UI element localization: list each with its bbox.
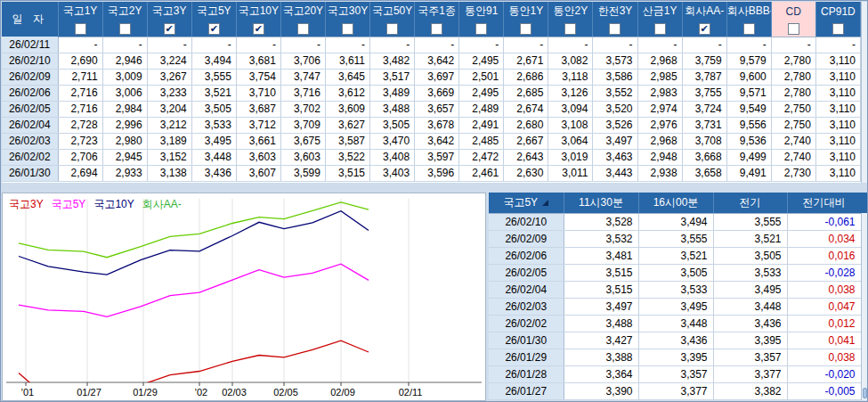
table-row[interactable]: 26/02/052,7162,9843,2043,5053,6873,7023,… <box>2 101 861 117</box>
column-header[interactable]: 국고2Y <box>102 2 147 21</box>
table-row[interactable]: 26/02/11------------------ <box>2 37 861 53</box>
column-header[interactable]: 국고3Y <box>147 2 191 21</box>
column-checkbox[interactable] <box>743 23 755 35</box>
table-row[interactable]: 26/02/043,5153,5333,4950,038 <box>489 281 861 298</box>
column-checkbox[interactable] <box>119 23 131 35</box>
value-cell: 3,759 <box>682 53 726 69</box>
change-cell: -0,005 <box>787 382 861 399</box>
change-cell: -0,061 <box>787 213 861 230</box>
detail-column-header[interactable]: 전기대비 <box>787 193 861 213</box>
column-header[interactable]: 국고50Y <box>370 2 415 21</box>
table-row[interactable]: 26/01/293,3883,3953,3570,038 <box>489 349 861 365</box>
column-checkbox[interactable] <box>788 23 799 35</box>
table-row[interactable]: 26/02/022,7062,9453,1523,4483,6033,6033,… <box>2 149 861 165</box>
column-header[interactable]: 국고30Y <box>325 2 369 21</box>
table-row[interactable]: 26/02/103,5283,4943,555-0,061 <box>489 213 861 230</box>
checkbox-cell <box>459 21 504 37</box>
column-header[interactable]: 국고1Y <box>58 2 102 21</box>
value-cell: 3,533 <box>638 281 713 298</box>
column-header[interactable]: 국고20Y <box>280 2 325 21</box>
table-row[interactable]: 26/02/093,5323,5553,5210,034 <box>489 230 861 247</box>
table-row[interactable]: 26/01/303,4273,4363,3950,041 <box>489 332 861 349</box>
column-checkbox[interactable] <box>297 23 309 35</box>
table-row[interactable]: 26/02/063,4813,5213,5050,016 <box>489 247 861 264</box>
table-row[interactable]: 26/02/062,7163,0063,2333,5213,7103,7163,… <box>2 85 861 101</box>
value-cell: 3,533 <box>713 264 787 281</box>
value-cell: 9,536 <box>726 133 771 149</box>
column-checkbox-checked[interactable]: ✔ <box>699 23 710 35</box>
rates-scrollbar[interactable] <box>861 2 867 183</box>
column-header[interactable]: 회사BBB- <box>726 2 771 21</box>
chart-legend: 국고3Y국고5Y국고10Y회사AA- <box>9 197 190 212</box>
date-cell: 26/01/30 <box>489 332 564 349</box>
column-checkbox[interactable] <box>431 23 442 35</box>
column-checkbox-checked[interactable]: ✔ <box>208 23 220 35</box>
column-header[interactable]: 국주1종 <box>415 2 459 21</box>
detail-column-header[interactable]: 전기 <box>713 193 787 213</box>
value-cell: 2,667 <box>504 133 548 149</box>
table-row[interactable]: 26/02/042,7282,9963,2123,5333,7123,7093,… <box>2 117 861 133</box>
column-checkbox-checked[interactable]: ✔ <box>253 23 264 35</box>
value-cell: 3,382 <box>713 382 787 399</box>
value-cell: 3,533 <box>191 117 236 133</box>
detail-column-header[interactable]: 11시30분 <box>564 193 638 213</box>
detail-column-header[interactable]: 국고5Y <box>489 193 564 213</box>
column-checkbox-checked[interactable]: ✔ <box>164 23 175 35</box>
value-cell: 2,690 <box>58 53 102 69</box>
value-cell: 9,600 <box>726 69 771 85</box>
value-cell: 3,597 <box>415 149 459 165</box>
column-header[interactable]: 한전3Y <box>593 2 637 21</box>
column-header[interactable]: 통안91 <box>459 2 504 21</box>
value-cell: 2,985 <box>637 69 682 85</box>
column-checkbox[interactable] <box>609 23 621 35</box>
detail-column-header[interactable]: 16시00분 <box>638 193 713 213</box>
column-checkbox[interactable] <box>386 23 398 35</box>
column-header[interactable]: CD <box>771 2 815 21</box>
column-checkbox[interactable] <box>342 23 353 35</box>
table-row[interactable]: 26/01/273,3903,3773,382-0,005 <box>489 382 861 399</box>
column-header[interactable]: 회사AA- <box>682 2 726 21</box>
date-cell: 26/02/06 <box>2 85 58 101</box>
column-header[interactable]: 통안1Y <box>504 2 548 21</box>
column-checkbox[interactable] <box>475 23 487 35</box>
date-cell: 26/02/05 <box>489 264 564 281</box>
column-header[interactable]: 국고10Y <box>236 2 280 21</box>
column-checkbox[interactable] <box>564 23 576 35</box>
column-header[interactable]: 산금1Y <box>637 2 682 21</box>
value-cell: 3,521 <box>638 247 713 264</box>
column-checkbox[interactable] <box>832 23 844 35</box>
table-row[interactable]: 26/02/102,6902,9463,2243,4943,6813,7063,… <box>2 53 861 69</box>
value-cell: - <box>637 37 682 53</box>
change-cell: 0,041 <box>787 332 861 349</box>
value-cell: 3,517 <box>370 69 415 85</box>
value-cell: 3,108 <box>548 117 593 133</box>
value-cell: 2,740 <box>771 133 815 149</box>
table-row[interactable]: 26/01/283,3643,3573,377-0,020 <box>489 365 861 382</box>
table-row[interactable]: 26/02/053,5153,5053,533-0,028 <box>489 264 861 281</box>
table-row[interactable]: 26/02/023,4883,4483,4360,012 <box>489 315 861 332</box>
table-row[interactable]: 26/02/092,7113,0093,2673,5553,7543,7473,… <box>2 69 861 85</box>
date-cell: 26/02/09 <box>489 230 564 247</box>
detail-scrollbar[interactable] <box>861 213 867 400</box>
value-cell: 3,138 <box>147 165 191 181</box>
column-header[interactable]: 통안2Y <box>548 2 593 21</box>
detail-scrollbar-thumb[interactable] <box>863 388 867 398</box>
table-row[interactable]: 26/02/033,4973,4953,4480,047 <box>489 298 861 315</box>
value-cell: - <box>280 37 325 53</box>
column-checkbox[interactable] <box>654 23 666 35</box>
checkbox-cell: ✔ <box>682 21 726 37</box>
table-row[interactable]: 26/02/032,7232,9803,1893,4953,6613,6753,… <box>2 133 861 149</box>
table-row[interactable]: 26/01/302,6942,9333,1383,4363,6073,5993,… <box>2 165 861 181</box>
detail-column-label: 국고5Y <box>503 196 538 209</box>
column-checkbox[interactable] <box>75 23 86 35</box>
value-cell: - <box>771 37 815 53</box>
value-cell: 3,611 <box>325 53 369 69</box>
value-cell: 3,436 <box>638 332 713 349</box>
column-checkbox[interactable] <box>520 23 531 35</box>
value-cell: 3,495 <box>191 133 236 149</box>
x-tick-label: 01/27 <box>77 387 101 398</box>
detail-table: 국고5Y11시30분16시00분전기전기대비 26/02/103,5283,49… <box>489 193 861 400</box>
value-cell: 3,395 <box>713 332 787 349</box>
column-header[interactable]: CP91D <box>815 2 860 21</box>
column-header[interactable]: 국고5Y <box>191 2 236 21</box>
